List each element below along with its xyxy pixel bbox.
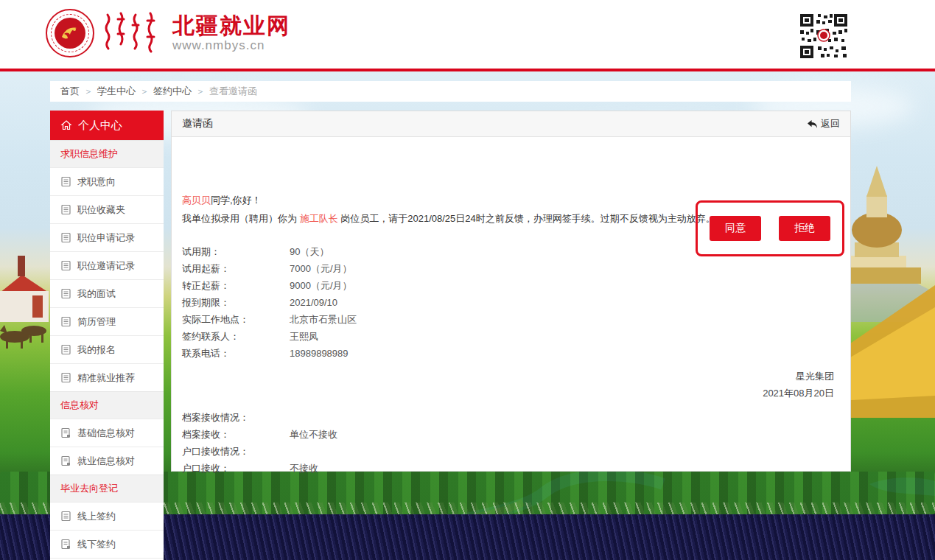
agree-button[interactable]: 同意 <box>710 216 761 241</box>
home-icon <box>60 119 72 131</box>
site-header: 北疆就业网 www.nmbys.cn <box>0 0 935 69</box>
student-name-link[interactable]: 高贝贝 <box>182 195 211 206</box>
panel-body: 同意 拒绝 高贝贝同学,你好！ 我单位拟录用（聘用）你为 施工队长 岗位员工，请… <box>172 193 850 477</box>
field-value: 2021/09/10 <box>290 294 337 311</box>
field-label: 户口接收情况： <box>182 443 290 460</box>
sidebar-item-label: 职位邀请记录 <box>77 259 135 273</box>
field-value: 90（天） <box>290 243 329 260</box>
field-work-location: 实际工作地点： 北京市石景山区 <box>182 311 837 328</box>
field-value: 单位不接收 <box>290 426 337 443</box>
field-household-reception: 户口接收： 不接收 <box>182 460 837 477</box>
field-label: 报到期限： <box>182 294 290 311</box>
field-report-deadline: 报到期限： 2021/09/10 <box>182 294 837 311</box>
greeting-text: 同学,你好！ <box>211 195 262 206</box>
sidebar-item-label: 我的报名 <box>77 343 116 357</box>
document-icon <box>60 511 71 522</box>
sidebar-item-label: 线下签约 <box>77 538 116 551</box>
site-name: 北疆就业网 <box>172 13 290 38</box>
field-household-status-header: 户口接收情况： <box>182 443 837 460</box>
field-contact-person: 签约联系人： 王熙凤 <box>182 328 837 345</box>
panel-title: 邀请函 <box>182 117 213 130</box>
breadcrumb-separator: ＞ <box>196 85 205 98</box>
document-icon <box>60 316 71 327</box>
breadcrumb-sign-center[interactable]: 签约中心 <box>153 85 192 98</box>
reject-button[interactable]: 拒绝 <box>779 216 830 241</box>
document-icon <box>60 288 71 299</box>
breadcrumb-current-page: 查看邀请函 <box>209 85 257 98</box>
breadcrumb-separator: ＞ <box>140 85 149 98</box>
field-label: 转正起薪： <box>182 277 290 294</box>
sidebar-item-application-records[interactable]: 职位申请记录 <box>50 223 164 251</box>
invitation-date: 2021年08月20日 <box>182 385 834 402</box>
mongolian-script <box>102 12 165 55</box>
sidebar-item-personal-center[interactable]: 个人中心 <box>50 111 164 140</box>
action-highlight-box: 同意 拒绝 <box>696 200 844 256</box>
field-value: 18989898989 <box>290 345 349 362</box>
invitation-panel: 邀请函 返回 同意 拒绝 高贝贝同学,你好！ 我单位拟录用（聘用）你为 <box>171 111 851 472</box>
field-value: 北京市石景山区 <box>290 311 357 328</box>
position-link[interactable]: 施工队长 <box>300 213 338 224</box>
sidebar-item-label: 就业信息核对 <box>77 455 135 468</box>
breadcrumb: 首页 ＞ 学生中心 ＞ 签约中心 ＞ 查看邀请函 <box>50 81 851 102</box>
field-label: 档案接收情况： <box>182 409 290 426</box>
document-icon <box>60 372 71 383</box>
horses-shape <box>0 325 46 349</box>
sidebar-item-my-interviews[interactable]: 我的面试 <box>50 279 164 307</box>
sidebar-section-info-check: 信息核对 <box>50 391 164 419</box>
company-name: 星光集团 <box>182 368 834 385</box>
field-label: 试用起薪： <box>182 260 290 277</box>
sidebar-item-offline-signing[interactable]: 线下签约 <box>50 530 164 558</box>
field-value: 7000（元/月） <box>290 260 352 277</box>
field-value: 9000（元/月） <box>290 277 352 294</box>
breadcrumb-student-center[interactable]: 学生中心 <box>97 85 136 98</box>
archive-household-details: 档案接收情况： 档案接收： 单位不接收 户口接收情况： 户口接收： 不接收 <box>182 409 837 477</box>
back-button[interactable]: 返回 <box>807 117 840 130</box>
field-label: 户口接收： <box>182 460 290 477</box>
field-label: 联系电话： <box>182 345 290 362</box>
section-label: 求职信息维护 <box>60 147 118 161</box>
sidebar-item-precise-recommendation[interactable]: 精准就业推荐 <box>50 363 164 391</box>
site-emblem-icon <box>46 9 94 57</box>
header-divider <box>0 69 935 71</box>
field-label: 实际工作地点： <box>182 311 290 328</box>
document-icon <box>60 344 71 355</box>
sidebar-item-employment-info-check[interactable]: 就业信息核对 <box>50 447 164 475</box>
sidebar-item-resume-management[interactable]: 简历管理 <box>50 307 164 335</box>
site-logo[interactable]: 北疆就业网 www.nmbys.cn <box>46 9 290 57</box>
yurt-shape <box>0 256 49 322</box>
document-edit-icon <box>60 427 71 438</box>
site-url: www.nmbys.cn <box>172 39 290 53</box>
document-edit-icon <box>60 539 71 550</box>
document-icon <box>60 176 71 187</box>
breadcrumb-home[interactable]: 首页 <box>60 85 80 98</box>
field-label: 试用期： <box>182 243 290 260</box>
back-label: 返回 <box>821 117 840 130</box>
sidebar-item-label: 线上签约 <box>77 510 116 523</box>
sidebar-section-graduation-registration: 毕业去向登记 <box>50 475 164 502</box>
sidebar-item-label: 职位申请记录 <box>77 231 135 245</box>
back-arrow-icon <box>807 119 818 129</box>
sidebar: 个人中心 求职信息维护 求职意向 职位收藏夹 职位申请记录 职位邀请记录 <box>50 111 164 560</box>
sidebar-item-basic-info-check[interactable]: 基础信息核对 <box>50 419 164 447</box>
sidebar-item-online-signing[interactable]: 线上签约 <box>50 502 164 530</box>
field-archive-status-header: 档案接收情况： <box>182 409 837 426</box>
sidebar-item-label: 精准就业推荐 <box>77 371 135 385</box>
document-icon <box>60 204 71 215</box>
field-value: 不接收 <box>290 460 318 477</box>
signature-block: 星光集团 2021年08月20日 <box>182 368 837 402</box>
sidebar-item-my-registration[interactable]: 我的报名 <box>50 335 164 363</box>
qr-code <box>799 13 849 60</box>
sidebar-item-invitation-records[interactable]: 职位邀请记录 <box>50 251 164 279</box>
sidebar-item-label: 简历管理 <box>77 315 116 329</box>
sidebar-item-job-favorites[interactable]: 职位收藏夹 <box>50 195 164 223</box>
field-label: 档案接收： <box>182 426 290 443</box>
offer-details: 试用期： 90（天） 试用起薪： 7000（元/月） 转正起薪： 9000（元/… <box>182 243 837 362</box>
document-icon <box>60 232 71 243</box>
stupa-shape <box>840 166 921 284</box>
body-prefix: 我单位拟录用（聘用）你为 <box>182 213 300 224</box>
panel-header: 邀请函 返回 <box>172 111 850 137</box>
field-archive-reception: 档案接收： 单位不接收 <box>182 426 837 443</box>
document-edit-icon <box>60 455 71 466</box>
sidebar-item-job-intention[interactable]: 求职意向 <box>50 167 164 195</box>
sidebar-item-label: 基础信息核对 <box>77 427 135 440</box>
